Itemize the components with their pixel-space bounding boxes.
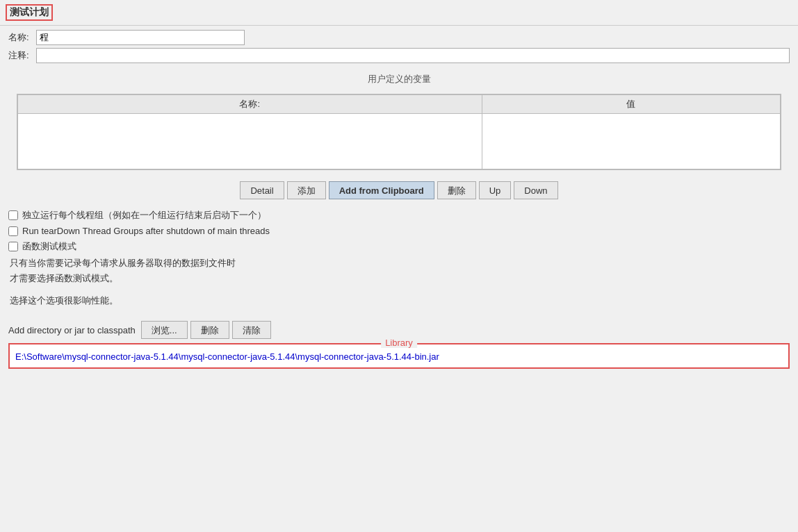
- title-bar: 测试计划: [0, 0, 798, 26]
- library-title: Library: [381, 338, 417, 348]
- checkbox3[interactable]: [8, 242, 18, 251]
- checkbox1[interactable]: [8, 210, 18, 220]
- col-value-header: 值: [482, 95, 781, 114]
- up-button[interactable]: Up: [479, 181, 512, 199]
- library-section: Library E:\Software\mysql-connector-java…: [8, 343, 790, 369]
- classpath-delete-button[interactable]: 删除: [190, 321, 229, 339]
- name-row: 名称:: [8, 30, 790, 45]
- info-text-3: 选择这个选项很影响性能。: [8, 294, 790, 307]
- variables-wrapper: 用户定义的变量 名称: 值: [8, 70, 790, 170]
- checkbox2-label: Run tearDown Thread Groups after shutdow…: [22, 226, 270, 236]
- options-section: 独立运行每个线程组（例如在一个组运行结束后启动下一个） Run tearDown…: [0, 205, 798, 314]
- buttons-row: Detail 添加 Add from Clipboard 删除 Up Down: [0, 176, 798, 205]
- spacer: [8, 288, 790, 294]
- variables-empty-row: [18, 114, 781, 169]
- classpath-row: Add directory or jar to classpath 浏览... …: [0, 321, 798, 339]
- name-label: 名称:: [8, 31, 36, 44]
- checkbox3-row: 函数测试模式: [8, 240, 790, 253]
- variables-name-cell: [18, 114, 482, 169]
- comment-input[interactable]: [36, 48, 790, 63]
- classpath-label: Add directory or jar to classpath: [8, 325, 136, 335]
- checkbox2[interactable]: [8, 226, 18, 236]
- checkbox3-label: 函数测试模式: [22, 240, 76, 253]
- variables-value-cell: [482, 114, 781, 169]
- variables-section: 名称: 值: [17, 94, 781, 170]
- comment-row: 注释:: [8, 48, 790, 63]
- spacer2: [0, 314, 798, 321]
- info-text-2: 才需要选择函数测试模式。: [8, 272, 790, 285]
- checkbox1-label: 独立运行每个线程组（例如在一个组运行结束后启动下一个）: [22, 209, 266, 222]
- name-input[interactable]: [36, 30, 245, 45]
- add-button[interactable]: 添加: [287, 181, 326, 199]
- add-from-clipboard-button[interactable]: Add from Clipboard: [329, 181, 434, 199]
- checkbox2-row: Run tearDown Thread Groups after shutdow…: [8, 226, 790, 236]
- comment-label: 注释:: [8, 49, 36, 62]
- variables-table: 名称: 值: [17, 94, 781, 169]
- clear-button[interactable]: 清除: [232, 321, 271, 339]
- variables-title: 用户定义的变量: [8, 70, 790, 88]
- main-container: 测试计划 名称: 注释: 用户定义的变量 名称: 值: [0, 0, 798, 532]
- delete-button[interactable]: 删除: [437, 181, 476, 199]
- browse-button[interactable]: 浏览...: [141, 321, 188, 339]
- form-section: 名称: 注释:: [0, 26, 798, 70]
- col-name-header: 名称:: [18, 95, 482, 114]
- info-text-1: 只有当你需要记录每个请求从服务器取得的数据到文件时: [8, 257, 790, 269]
- detail-button[interactable]: Detail: [240, 181, 284, 199]
- checkbox1-row: 独立运行每个线程组（例如在一个组运行结束后启动下一个）: [8, 209, 790, 222]
- page-title: 测试计划: [6, 4, 53, 21]
- down-button[interactable]: Down: [514, 181, 557, 199]
